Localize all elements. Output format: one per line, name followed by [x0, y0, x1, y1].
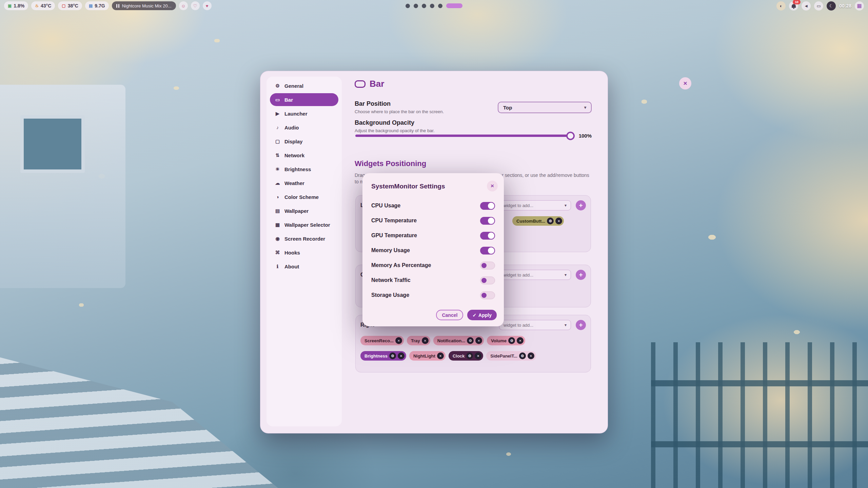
chip-label: Clock: [453, 353, 465, 359]
add-widget-button[interactable]: +: [576, 200, 586, 210]
setting-row-storage-usage: Storage Usage: [371, 288, 495, 303]
opacity-slider-knob[interactable]: [566, 131, 575, 140]
gear-icon[interactable]: ⚙: [547, 218, 554, 224]
gpu-temp-module[interactable]: ▢ 38°C: [58, 1, 82, 10]
palette-button[interactable]: ◐: [776, 1, 786, 11]
workspace-dot[interactable]: [438, 4, 442, 8]
dialog-close-button[interactable]: ×: [487, 181, 498, 191]
gear-icon[interactable]: ⚙: [467, 337, 474, 344]
page-header: Bar: [355, 79, 384, 89]
add-widget-button[interactable]: +: [576, 320, 586, 330]
add-widget-dropdown[interactable]: widget to add... ▾: [499, 320, 571, 330]
remove-icon[interactable]: ×: [555, 218, 562, 224]
sidebar-item-general[interactable]: ⚙ General: [270, 79, 338, 92]
sidebar-item-network[interactable]: ⇅ Network: [270, 149, 338, 162]
cpu-usage-toggle[interactable]: [480, 202, 495, 210]
sidebar-item-about[interactable]: ℹ About: [270, 260, 338, 273]
app-grid-button[interactable]: ▦: [855, 1, 864, 11]
add-widget-dropdown[interactable]: widget to add... ▾: [499, 270, 571, 280]
memory-usage-toggle[interactable]: [480, 247, 495, 255]
remove-icon[interactable]: ×: [475, 337, 482, 344]
gear-icon[interactable]: ⚙: [389, 352, 396, 359]
bar-position-dropdown[interactable]: Top ▾: [498, 102, 592, 113]
widget-chip-volume[interactable]: Volume ⚙ ×: [487, 336, 525, 345]
sidebar-item-label: Wallpaper Selector: [284, 222, 330, 228]
cancel-button[interactable]: Cancel: [436, 310, 463, 320]
workspace-dot[interactable]: [406, 4, 410, 8]
chip-label: Brightness: [364, 353, 388, 359]
storage-usage-toggle[interactable]: [480, 291, 495, 299]
sidebar-item-launcher[interactable]: ▶ Launcher: [270, 107, 338, 120]
remove-icon[interactable]: ×: [437, 352, 444, 359]
widget-chip-screenrecorder[interactable]: ScreenReco... ×: [360, 336, 404, 345]
remove-icon[interactable]: ×: [422, 337, 429, 344]
setting-label: Network Traffic: [371, 277, 411, 283]
widget-chip-nightlight[interactable]: NightLight ×: [409, 351, 446, 361]
remove-icon[interactable]: ×: [517, 337, 524, 344]
widget-chip-brightness[interactable]: Brightness ⚙ ×: [360, 351, 406, 361]
sidebar-item-color-scheme[interactable]: ◑ Color Scheme: [270, 190, 338, 203]
widget-chip-custombutton[interactable]: CustomButt... ⚙ ×: [512, 216, 564, 226]
chips-row: Brightness ⚙ × NightLight × Clock ⚙ × Si…: [360, 351, 586, 361]
palette-icon: ◐: [780, 3, 783, 8]
sidebar-item-bar[interactable]: ▭ Bar: [270, 93, 338, 106]
remove-icon[interactable]: ×: [528, 352, 534, 359]
setting-label: Storage Usage: [371, 292, 409, 298]
add-widget-button[interactable]: +: [576, 270, 586, 280]
network-traffic-toggle[interactable]: [480, 277, 495, 284]
emote-button[interactable]: ☺: [179, 1, 188, 10]
sidebar-item-brightness[interactable]: ☀ Brightness: [270, 163, 338, 176]
night-light-button[interactable]: ☾: [827, 1, 836, 11]
remove-icon[interactable]: ×: [398, 352, 405, 359]
cpu-usage-module[interactable]: ▣ 1.8%: [4, 1, 28, 10]
apply-button[interactable]: ✓ Apply: [467, 310, 497, 320]
add-widget-dropdown[interactable]: widget to add... ▾: [499, 200, 571, 210]
active-workspace-pill[interactable]: [446, 3, 462, 8]
sidebar-item-audio[interactable]: ♪ Audio: [270, 121, 338, 134]
gear-icon[interactable]: ⚙: [508, 337, 515, 344]
background-opacity-field: Background Opacity Adjust the background…: [355, 119, 435, 133]
remove-icon[interactable]: ×: [395, 337, 402, 344]
opacity-slider[interactable]: [355, 135, 573, 137]
widget-chip-clock[interactable]: Clock ⚙ ×: [449, 351, 483, 361]
dialog-rows: CPU Usage CPU Temperature GPU Temperatur…: [371, 198, 495, 303]
widget-chip-notifications[interactable]: Notification... ⚙ ×: [433, 336, 484, 345]
notifications-button[interactable]: 10: [789, 1, 798, 11]
heart-button[interactable]: ♡: [191, 1, 200, 10]
sidebar-item-screen-recorder[interactable]: ◉ Screen Recorder: [270, 232, 338, 245]
screencast-button[interactable]: ▭: [814, 1, 823, 11]
clock-text[interactable]: 00:28: [839, 3, 851, 8]
cpu-temp-module[interactable]: ♨ 43°C: [31, 1, 55, 10]
dialog-buttons: Cancel ✓ Apply: [436, 310, 497, 320]
sidebar-item-label: General: [284, 83, 303, 89]
memory-module[interactable]: ▤ 9.7G: [85, 1, 109, 10]
gear-icon[interactable]: ⚙: [519, 352, 526, 359]
cpu-temperature-toggle[interactable]: [480, 217, 495, 225]
setting-row-memory-as-percentage: Memory As Percentage: [371, 258, 495, 273]
bell-icon: [792, 4, 796, 8]
sidebar-item-weather[interactable]: ☁ Weather: [270, 177, 338, 189]
memory-as-percentage-toggle[interactable]: [480, 262, 495, 269]
record-icon: ◉: [274, 236, 281, 241]
sidebar-item-wallpaper-selector[interactable]: ▦ Wallpaper Selector: [270, 218, 338, 231]
sidebar-item-label: Wallpaper: [284, 208, 309, 214]
heart-filled-button[interactable]: ♥: [203, 1, 212, 10]
sidebar-item-label: Display: [284, 139, 302, 144]
widget-chip-sidepanel[interactable]: SidePanelT... ⚙ ×: [486, 351, 536, 361]
workspace-dot[interactable]: [422, 4, 426, 8]
workspace-dot[interactable]: [414, 4, 418, 8]
close-button[interactable]: ×: [679, 77, 691, 89]
sidebar-item-hooks[interactable]: ⌘ Hooks: [270, 246, 338, 259]
workspace-dot[interactable]: [430, 4, 434, 8]
setting-row-cpu-usage: CPU Usage: [371, 198, 495, 213]
pause-icon: [116, 4, 119, 8]
sidebar-item-display[interactable]: ▢ Display: [270, 135, 338, 148]
media-player-module[interactable]: Nightcore Music Mix 20...: [112, 1, 176, 10]
sidebar-item-wallpaper[interactable]: ▤ Wallpaper: [270, 204, 338, 217]
remove-icon[interactable]: ×: [475, 352, 481, 359]
chevron-down-icon: ▾: [565, 323, 567, 327]
volume-button[interactable]: ◄: [802, 1, 811, 11]
widget-chip-tray[interactable]: Tray ×: [407, 336, 430, 345]
gpu-temperature-toggle[interactable]: [480, 232, 495, 240]
gear-icon[interactable]: ⚙: [466, 352, 473, 359]
